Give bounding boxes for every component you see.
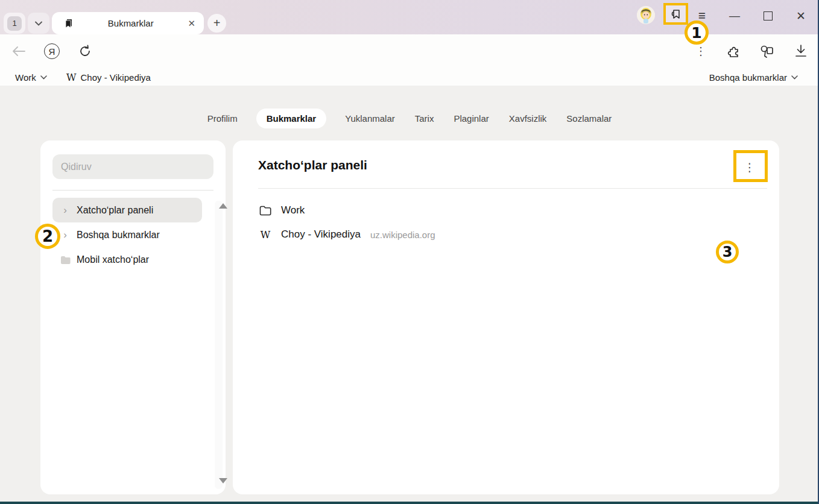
other-bookmarks-button[interactable]: Boshqa bukmarklar xyxy=(709,69,798,85)
browser-window: 1 Bukmarklar ✕ + xyxy=(0,0,819,504)
sidebar-item-boshqa-bukmarklar[interactable]: › Boshqa bukmarklar xyxy=(52,222,202,247)
annotation-step-3: 3 xyxy=(716,241,739,263)
chevron-down-icon xyxy=(791,75,798,80)
annotation-step-2: 2 xyxy=(35,224,60,249)
tab-sozlamalar[interactable]: Sozlamalar xyxy=(565,109,613,128)
annotation-highlight-box-1 xyxy=(663,3,688,25)
divider xyxy=(258,188,767,189)
search-input[interactable] xyxy=(52,154,213,179)
bookmark-row-work[interactable]: Work xyxy=(258,198,767,222)
folder-actions-menu-button[interactable]: ⋮ xyxy=(744,156,756,178)
sidebar-item-mobil-xatchoplar[interactable]: Mobil xatchoʻplar xyxy=(52,247,202,272)
toolbar-more-button[interactable]: ⋮ xyxy=(692,43,709,60)
settings-nav-tabs: Profilim Bukmarklar Yuklanmalar Tarix Pl… xyxy=(0,109,819,128)
row-url: uz.wikipedia.org xyxy=(370,230,435,240)
maximize-icon xyxy=(764,11,773,20)
close-icon: ✕ xyxy=(796,9,806,23)
chevron-down-icon xyxy=(35,21,42,26)
divider xyxy=(52,190,213,191)
bookmarks-main-panel: Xatchoʻplar paneli ⋮ Work W Choy - Vikip… xyxy=(233,140,779,494)
folder-tree-label: Mobil xatchoʻplar xyxy=(77,254,149,265)
bookmark-row-choy[interactable]: W Choy - Vikipediya uz.wikipedia.org xyxy=(258,222,767,247)
maximize-button[interactable] xyxy=(759,7,776,24)
downloads-button[interactable] xyxy=(792,43,809,60)
bookmarks-panel-icon[interactable] xyxy=(669,7,683,20)
wikipedia-favicon-icon: W xyxy=(66,72,76,83)
tab-tarix[interactable]: Tarix xyxy=(414,109,435,128)
window-bottom-edge xyxy=(0,502,819,504)
chevron-right-icon[interactable]: › xyxy=(60,229,71,241)
folder-label: Work xyxy=(15,72,36,83)
tab-profilim[interactable]: Profilim xyxy=(206,109,239,128)
wikipedia-favicon-icon: W xyxy=(258,229,273,241)
yandex-home-button[interactable]: Я xyxy=(43,43,60,60)
back-arrow-icon xyxy=(12,46,25,56)
chevron-down-icon xyxy=(40,75,47,80)
row-label: Choy - Vikipediya xyxy=(281,228,361,241)
reload-button[interactable] xyxy=(77,43,93,60)
scroll-up-arrow[interactable] xyxy=(219,203,227,209)
bookmark-list: Work W Choy - Vikipediya uz.wikipedia.or… xyxy=(258,198,767,247)
yandex-logo-icon: Я xyxy=(44,43,60,59)
extensions-button[interactable] xyxy=(725,43,742,60)
profile-avatar[interactable] xyxy=(637,6,655,24)
scrollbar-track[interactable] xyxy=(215,201,223,489)
scroll-down-arrow[interactable] xyxy=(219,478,227,484)
tab-title: Bukmarklar xyxy=(74,18,188,28)
annotation-step-1: 1 xyxy=(685,20,709,45)
bookmarks-bar-item-choy[interactable]: W Choy - Vikipediya xyxy=(66,69,151,85)
tab-xavfsizlik[interactable]: Xavfsizlik xyxy=(508,109,548,128)
password-manager-button[interactable] xyxy=(758,43,775,60)
tab-count: 1 xyxy=(7,16,22,31)
bookmarks-bar: Work W Choy - Vikipediya Boshqa bukmarkl… xyxy=(0,68,819,86)
tab-plaginlar[interactable]: Plaginlar xyxy=(452,109,490,128)
kebab-icon: ⋮ xyxy=(744,160,756,174)
tab-close-icon[interactable]: ✕ xyxy=(188,18,195,29)
sidebar-item-xatchoplar-paneli[interactable]: › Xatchoʻplar paneli xyxy=(52,198,202,222)
active-tab[interactable]: Bukmarklar ✕ xyxy=(52,12,204,34)
folder-tree-label: Xatchoʻplar paneli xyxy=(77,205,153,216)
tab-counter-button[interactable]: 1 xyxy=(4,13,25,34)
page-content: Profilim Bukmarklar Yuklanmalar Tarix Pl… xyxy=(0,86,819,502)
chevron-right-icon[interactable]: › xyxy=(60,204,71,216)
titlebar: 1 Bukmarklar ✕ + xyxy=(0,0,819,34)
folder-tree-label: Boshqa bukmarklar xyxy=(77,230,160,241)
row-label: Work xyxy=(281,204,305,216)
key-icon xyxy=(759,44,774,58)
tab-list-dropdown-button[interactable] xyxy=(28,13,49,34)
close-window-button[interactable]: ✕ xyxy=(792,7,809,24)
other-bookmarks-label: Boshqa bukmarklar xyxy=(709,72,787,83)
download-icon xyxy=(795,45,807,58)
bookmarks-sidebar-panel: › Xatchoʻplar paneli › Boshqa bukmarklar… xyxy=(40,140,226,494)
new-tab-button[interactable]: + xyxy=(207,14,226,33)
folder-icon xyxy=(60,256,71,264)
kebab-icon: ⋮ xyxy=(695,45,706,58)
minimize-button[interactable]: — xyxy=(726,7,743,24)
panel-title: Xatchoʻplar paneli xyxy=(258,158,367,172)
bookmark-label: Choy - Vikipediya xyxy=(80,72,150,83)
tab-bukmarklar[interactable]: Bukmarklar xyxy=(256,109,327,128)
reload-icon xyxy=(78,45,92,58)
bookmarks-favicon-icon xyxy=(64,19,74,28)
puzzle-icon xyxy=(726,44,741,58)
bookmarks-bar-folder-work[interactable]: Work xyxy=(15,69,47,85)
folder-outline-icon xyxy=(258,206,273,216)
tab-yuklanmalar[interactable]: Yuklanmalar xyxy=(344,109,396,128)
minimize-icon: — xyxy=(729,10,740,22)
folder-tree: › Xatchoʻplar paneli › Boshqa bukmarklar… xyxy=(52,198,202,272)
back-button[interactable] xyxy=(10,43,27,60)
